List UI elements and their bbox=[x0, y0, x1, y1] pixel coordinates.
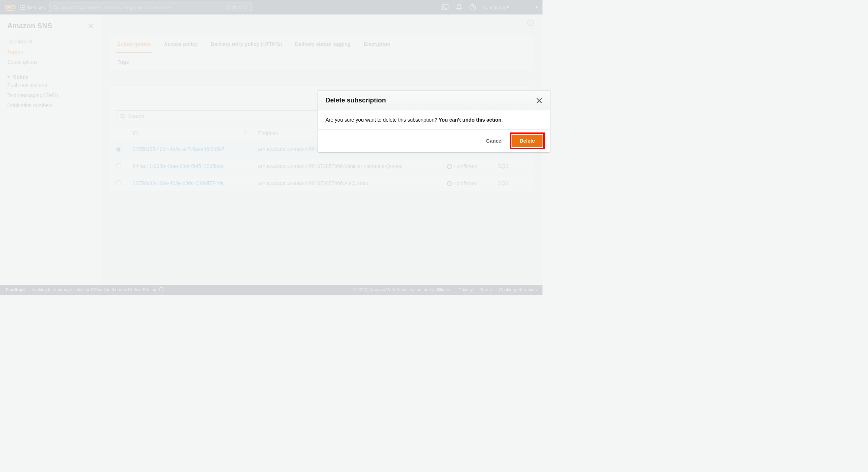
modal-overlay: Delete subscription Are you sure you wan… bbox=[0, 0, 542, 295]
delete-subscription-modal: Delete subscription Are you sure you wan… bbox=[318, 90, 542, 152]
delete-button-highlight: Delete bbox=[512, 135, 542, 147]
delete-button[interactable]: Delete bbox=[512, 135, 542, 147]
modal-body: Are you sure you want to delete this sub… bbox=[318, 110, 542, 129]
cancel-button[interactable]: Cancel bbox=[481, 135, 508, 147]
modal-title: Delete subscription bbox=[326, 97, 386, 104]
modal-close-icon[interactable] bbox=[536, 97, 542, 104]
